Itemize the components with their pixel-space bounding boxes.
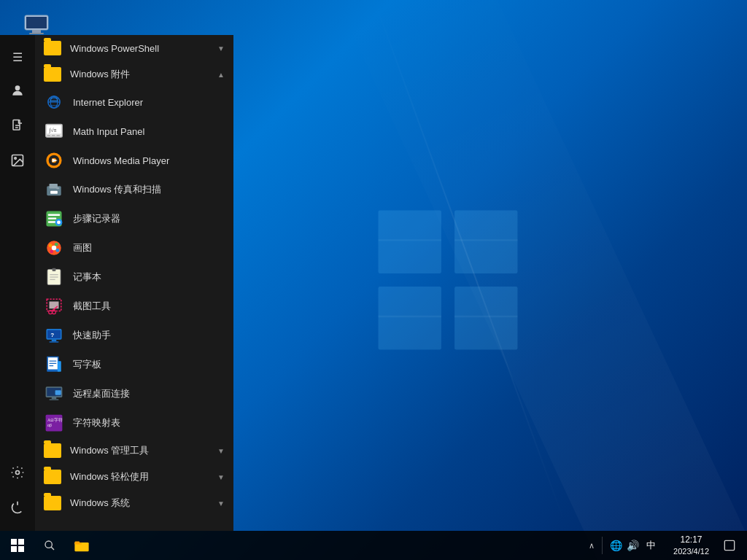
app-label: Windows Media Player — [73, 155, 169, 166]
app-snipping-tool[interactable]: 截图工具 — [35, 292, 233, 321]
svg-rect-74 — [52, 397, 57, 399]
start-button[interactable] — [0, 531, 35, 560]
svg-rect-29 — [56, 135, 60, 136]
volume-icon[interactable]: 🔊 — [627, 540, 639, 551]
svg-text:?: ? — [50, 332, 54, 338]
chevron-down-icon — [217, 447, 225, 455]
app-paint[interactable]: 画图 — [35, 233, 233, 262]
desktop: 此电脑 ☰ — [0, 0, 747, 560]
photo-icon — [10, 153, 25, 171]
folder-windows-powershell[interactable]: Windows PowerShell — [35, 35, 233, 61]
app-remote-desktop[interactable]: 远程桌面连接 — [35, 379, 233, 408]
folder-icon — [44, 67, 61, 82]
svg-rect-71 — [58, 361, 61, 372]
start-sidebar: ☰ — [0, 35, 35, 531]
start-menu: ☰ — [0, 35, 233, 531]
svg-point-46 — [55, 243, 58, 246]
math-icon: ∫√π — [44, 121, 64, 141]
search-button[interactable] — [35, 531, 64, 560]
steps-icon — [44, 209, 64, 229]
folder-icon — [44, 41, 61, 55]
folder-windows-admin[interactable]: Windows 管理工具 — [35, 438, 233, 464]
folder-label: Windows 系统 — [70, 497, 130, 510]
notification-center-button[interactable] — [718, 531, 741, 560]
svg-rect-1 — [454, 211, 517, 273]
tray-chevron[interactable]: ∧ — [589, 541, 595, 551]
svg-point-18 — [16, 471, 20, 475]
folder-icon — [44, 443, 61, 458]
sidebar-power[interactable] — [0, 493, 35, 525]
snip-icon — [44, 296, 64, 316]
quickassist-icon: ? — [44, 325, 64, 346]
svg-rect-63 — [52, 340, 57, 341]
svg-text:αβ: αβ — [47, 423, 52, 427]
search-icon — [44, 540, 55, 551]
app-quick-assist[interactable]: ? 快速助手 — [35, 321, 233, 350]
app-label: Internet Explorer — [73, 97, 143, 108]
system-clock[interactable]: 12:17 2023/4/12 — [667, 531, 715, 560]
app-charmap[interactable]: AΩ αβ 字符 字符映射表 — [35, 408, 233, 438]
svg-rect-51 — [53, 268, 56, 271]
svg-point-49 — [52, 246, 57, 251]
app-label: 记事本 — [73, 271, 101, 284]
app-windows-media-player[interactable]: Windows Media Player — [35, 146, 233, 175]
svg-rect-2 — [379, 287, 441, 349]
sidebar-photo[interactable] — [0, 146, 35, 178]
app-label: 字符映射表 — [73, 416, 120, 429]
svg-line-86 — [51, 547, 54, 550]
svg-rect-76 — [55, 390, 61, 395]
fax-icon — [44, 179, 64, 200]
svg-rect-10 — [32, 30, 41, 33]
network-icon[interactable]: 🌐 — [610, 540, 622, 551]
app-notepad[interactable]: 记事本 — [35, 262, 233, 292]
app-label: 画图 — [73, 241, 92, 254]
svg-rect-81 — [11, 539, 17, 545]
tray-separator — [602, 537, 603, 554]
app-internet-explorer[interactable]: Internet Explorer — [35, 88, 233, 117]
folder-windows-accessories[interactable]: Windows 附件 — [35, 61, 233, 88]
sidebar-settings[interactable] — [0, 458, 35, 490]
svg-rect-0 — [379, 211, 441, 273]
svg-rect-3 — [454, 287, 517, 349]
sidebar-bottom — [0, 458, 35, 531]
app-label: 截图工具 — [73, 300, 111, 313]
svg-point-12 — [15, 85, 20, 90]
folder-label: Windows 附件 — [70, 68, 130, 81]
app-label: 远程桌面连接 — [73, 387, 130, 400]
app-math-input-panel[interactable]: ∫√π Math Input Panel — [35, 117, 233, 146]
taskbar: ∧ 🌐 🔊 中 12:17 2023/4/12 — [0, 531, 747, 560]
sidebar-document[interactable] — [0, 111, 35, 143]
svg-rect-11 — [29, 33, 44, 34]
wmp-icon — [44, 150, 64, 171]
folder-windows-system[interactable]: Windows 系统 — [35, 490, 233, 516]
app-list[interactable]: Windows PowerShell Windows 附件 — [35, 35, 233, 531]
svg-point-17 — [15, 158, 16, 160]
folder-label: Windows 轻松使用 — [70, 470, 149, 483]
svg-rect-64 — [50, 341, 59, 343]
app-steps-recorder[interactable]: 步骤记录器 — [35, 204, 233, 233]
taskbar-file-explorer[interactable] — [64, 531, 99, 560]
svg-rect-75 — [50, 399, 59, 400]
hamburger-icon: ☰ — [12, 50, 23, 64]
app-windows-fax-scan[interactable]: Windows 传真和扫描 — [35, 175, 233, 204]
sidebar-user[interactable] — [0, 76, 35, 108]
app-label: 步骤记录器 — [73, 212, 120, 225]
charmap-icon: AΩ αβ 字符 — [44, 413, 64, 433]
settings-icon — [10, 465, 25, 483]
svg-rect-9 — [26, 17, 47, 28]
app-label: 写字板 — [73, 358, 101, 371]
svg-rect-89 — [74, 542, 80, 544]
app-wordpad[interactable]: 写字板 — [35, 350, 233, 379]
svg-rect-35 — [50, 184, 58, 189]
sidebar-hamburger[interactable]: ☰ — [0, 41, 35, 73]
svg-point-48 — [50, 249, 53, 253]
user-icon — [10, 83, 25, 101]
notification-icon — [724, 540, 735, 551]
language-indicator[interactable]: 中 — [643, 539, 659, 552]
svg-rect-82 — [18, 539, 24, 545]
folder-windows-ease[interactable]: Windows 轻松使用 — [35, 464, 233, 490]
svg-point-47 — [55, 249, 59, 252]
svg-rect-28 — [52, 135, 55, 136]
svg-rect-36 — [50, 191, 58, 194]
svg-point-85 — [45, 541, 52, 548]
